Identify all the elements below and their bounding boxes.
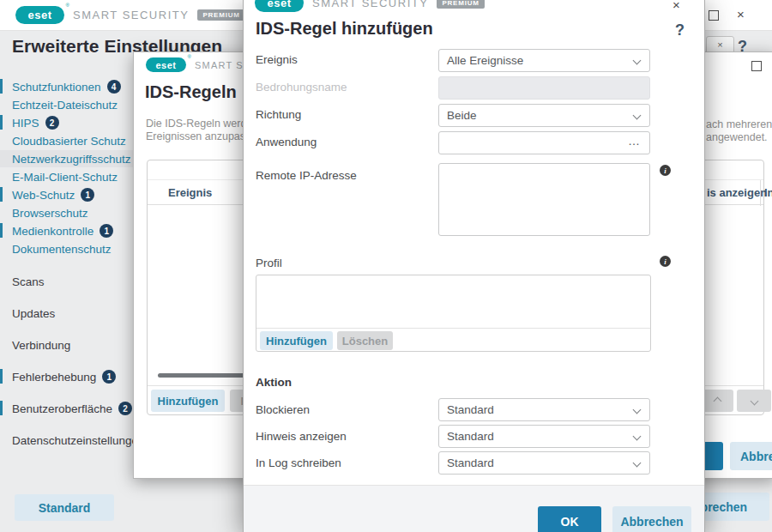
browse-ellipsis-button[interactable]: … (628, 134, 641, 148)
count-badge: 1 (100, 224, 113, 238)
log-value: Standard (447, 456, 494, 469)
log-label: In Log schreiben (256, 456, 341, 469)
accent-bar (0, 401, 3, 415)
help-icon[interactable]: ? (675, 21, 685, 39)
chevron-down-icon (633, 432, 642, 441)
clear-icon: × (717, 39, 722, 50)
accent-bar (0, 79, 3, 94)
sidebar-item-updates[interactable]: Updates (0, 305, 142, 322)
product-name: SMART SECURITY (73, 9, 189, 21)
product-name: SMART SECURITY (312, 0, 428, 9)
accent-bar (0, 187, 3, 202)
profile-label: Profil (256, 257, 282, 269)
sidebar-item-cloudbasierter-schutz[interactable]: Cloudbasierter Schutz (0, 132, 142, 149)
move-up-button[interactable] (702, 390, 733, 412)
move-down-button[interactable] (737, 390, 771, 412)
notify-value: Standard (447, 430, 494, 443)
application-input[interactable] (438, 131, 650, 154)
eset-logo-icon: eset ® (15, 6, 64, 24)
sidebar-item-label: Benutzeroberfläche (12, 402, 112, 415)
sidebar-item-label: Medienkontrolle (12, 225, 93, 238)
dialog-description: Ereignissen anzupasse (146, 130, 256, 142)
dialog-footer: OK Abbrechen (244, 485, 704, 532)
sidebar-item-label: Scans (12, 275, 45, 288)
sidebar-item-label: HIPS (12, 117, 39, 130)
info-icon[interactable]: i (660, 256, 671, 267)
search-clear-tab[interactable]: × (706, 36, 734, 53)
profile-delete-button[interactable]: Löschen (337, 331, 393, 350)
chevron-down-icon (750, 396, 758, 405)
sidebar-item-echtzeit-dateischutz[interactable]: Echtzeit-Dateischutz (0, 96, 142, 113)
sidebar-item-dokumentenschutz[interactable]: Dokumentenschutz (0, 240, 142, 257)
log-select[interactable]: Standard (438, 451, 650, 475)
sidebar-item-hips[interactable]: HIPS 2 (0, 114, 142, 131)
action-heading: Aktion (256, 376, 292, 389)
threat-name-input (438, 76, 650, 100)
chevron-down-icon (633, 406, 642, 414)
block-select[interactable]: Standard (438, 398, 650, 421)
tier-badge: PREMIUM (437, 0, 484, 9)
eset-brand: eset ® SMART SECURITY PREMIUM (15, 6, 245, 24)
sidebar-item-label: Schutzfunktionen (12, 81, 101, 94)
ok-button[interactable]: OK (538, 506, 601, 532)
notify-select[interactable]: Standard (438, 425, 650, 448)
dialog-title: IDS-Regel hinzufügen (256, 19, 433, 39)
sidebar-item-benutzeroberflaeche[interactable]: Benutzeroberfläche 2 (0, 400, 142, 417)
block-label: Blockieren (256, 403, 310, 416)
profile-add-button[interactable]: Hinzufügen (260, 331, 333, 350)
direction-select[interactable]: Beide (438, 104, 650, 127)
count-badge: 2 (118, 402, 132, 415)
registered-mark: ® (66, 3, 69, 8)
standard-button[interactable]: Standard (15, 494, 114, 521)
cancel-button[interactable]: Abbrechen (730, 442, 772, 470)
chevron-up-icon (714, 396, 722, 405)
maximize-icon[interactable] (751, 61, 762, 71)
sidebar-item-datenschutzeinstellungen[interactable]: Datenschutzeinstellungen (0, 432, 142, 449)
threat-name-label: Bedrohungsname (256, 81, 347, 94)
count-badge: 1 (102, 370, 116, 384)
sidebar-item-email-client-schutz[interactable]: E-Mail-Client-Schutz (0, 168, 142, 185)
event-value: Alle Ereignisse (447, 54, 523, 67)
sidebar-item-label: Datenschutzeinstellungen (12, 434, 145, 447)
event-label: Ereignis (256, 53, 298, 66)
accent-bar (0, 223, 3, 238)
dialog-title: IDS-Regeln (145, 82, 237, 102)
sidebar-item-scans[interactable]: Scans (0, 273, 142, 290)
sidebar-item-label: Dokumentenschutz (12, 243, 112, 256)
remote-ip-textarea[interactable] (438, 163, 650, 236)
sidebar-item-browserschutz[interactable]: Browserschutz (0, 204, 142, 221)
accent-bar (0, 369, 3, 384)
eset-brand: eset ® SMART SECURITY PREMIUM (255, 0, 485, 12)
sidebar-item-web-schutz[interactable]: Web-Schutz 1 (0, 186, 142, 203)
sidebar-item-label: Web-Schutz (12, 189, 75, 202)
block-value: Standard (447, 403, 494, 416)
remote-ip-label: Remote IP-Adresse (256, 169, 357, 182)
column-header-event[interactable]: Ereignis (168, 180, 212, 206)
direction-label: Richtung (256, 108, 301, 121)
column-separator (760, 180, 761, 206)
eset-logo-icon: eset ® (255, 0, 304, 12)
sidebar-item-netzwerkzugriffsschutz[interactable]: Netzwerkzugriffsschutz (0, 150, 142, 167)
column-header-notify[interactable]: is anzeigen (707, 180, 767, 206)
sidebar-item-medienkontrolle[interactable]: Medienkontrolle 1 (0, 222, 142, 239)
logo-text: eset (27, 9, 51, 21)
chevron-down-icon (633, 112, 642, 120)
sidebar-item-label: Updates (12, 307, 55, 320)
info-icon[interactable]: i (660, 165, 671, 176)
cancel-button[interactable]: Abbrechen (612, 506, 691, 532)
maximize-icon[interactable] (709, 10, 719, 21)
sidebar-item-label: Browserschutz (12, 207, 88, 220)
profile-listbox[interactable]: Hinzufügen Löschen (256, 275, 651, 352)
add-rule-button[interactable]: Hinzufügen (151, 390, 225, 412)
registered-mark: ® (188, 54, 191, 59)
sidebar-item-fehlerbehebung[interactable]: Fehlerbehebung 1 (0, 368, 142, 385)
sidebar-item-schutzfunktionen[interactable]: Schutzfunktionen 4 (0, 78, 142, 95)
sidebar-item-verbindung[interactable]: Verbindung (0, 336, 142, 354)
count-badge: 4 (107, 80, 121, 94)
close-icon[interactable]: × (737, 8, 745, 21)
event-select[interactable]: Alle Ereignisse (438, 49, 650, 72)
column-header-log[interactable]: In (764, 180, 772, 206)
add-ids-rule-dialog: eset ® SMART SECURITY PREMIUM × IDS-Rege… (243, 0, 705, 532)
close-icon[interactable]: × (672, 0, 680, 11)
screen: eset ® SMART SECURITY PREMIUM × Erweiter… (0, 0, 772, 532)
